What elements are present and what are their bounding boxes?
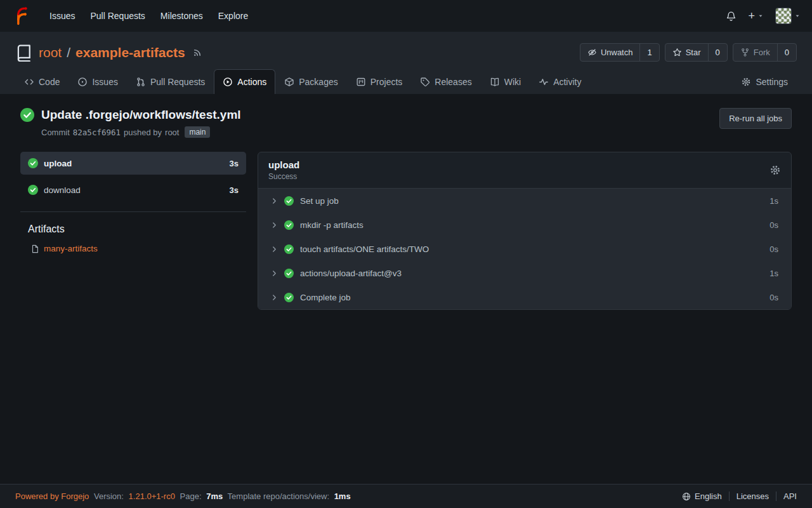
steps-list: Set up job 1s mkdir -p artifacts 0s touc…: [258, 189, 791, 309]
tab-packages[interactable]: Packages: [275, 69, 346, 94]
tag-icon: [420, 77, 430, 87]
tab-issues[interactable]: Issues: [69, 69, 126, 94]
tab-releases[interactable]: Releases: [411, 69, 480, 94]
repo-owner-link[interactable]: root: [39, 45, 62, 60]
job-duration: 3s: [230, 185, 239, 195]
nav-item-pull-requests[interactable]: Pull Requests: [82, 0, 152, 32]
job-status-text: Success: [268, 172, 299, 181]
watchers-count[interactable]: 1: [639, 44, 658, 61]
step-row[interactable]: mkdir -p artifacts 0s: [258, 213, 791, 237]
language-selector[interactable]: English: [675, 491, 729, 501]
version-label: Version:: [94, 491, 124, 501]
job-detail-title: upload: [268, 159, 299, 170]
actions-run-view: Update .forgejo/workflows/test.yml Commi…: [0, 94, 812, 484]
artifact-download-link[interactable]: many-artifacts: [44, 244, 98, 253]
chevron-right-icon: [271, 197, 278, 204]
create-new-menu[interactable]: +: [748, 10, 764, 22]
bell-icon[interactable]: [726, 11, 737, 22]
fork-icon: [740, 48, 750, 57]
globe-icon: [682, 492, 691, 501]
check-circle-icon: [28, 185, 38, 195]
stars-count[interactable]: 0: [708, 44, 727, 61]
nav-item-milestones[interactable]: Milestones: [153, 0, 211, 32]
commit-prefix: Commit: [41, 128, 70, 137]
job-item-upload[interactable]: upload 3s: [20, 152, 246, 175]
job-name: upload: [44, 159, 72, 168]
licenses-label: Licenses: [737, 491, 769, 501]
star-label: Star: [686, 48, 701, 57]
eye-slash-icon: [587, 48, 597, 57]
tab-wiki[interactable]: Wiki: [481, 69, 530, 94]
chevron-right-icon: [271, 294, 278, 301]
avatar: [775, 8, 792, 24]
step-name: Complete job: [300, 293, 351, 302]
run-title: Update .forgejo/workflows/test.yml: [41, 108, 241, 122]
check-circle-icon: [284, 269, 294, 278]
powered-by-link[interactable]: Powered by Forgejo: [15, 491, 89, 501]
breadcrumb-separator: /: [67, 45, 70, 60]
footer-info: Powered by Forgejo Version: 1.21.0+1-rc0…: [15, 491, 353, 501]
repo-breadcrumb: root / example-artifacts: [39, 45, 185, 60]
pushed-by-text: pushed by: [124, 128, 162, 137]
forks-count[interactable]: 0: [777, 44, 796, 61]
step-row[interactable]: Complete job 0s: [258, 285, 791, 309]
jobs-sidebar: upload 3s download 3s Artifacts many-art…: [20, 152, 246, 253]
step-duration: 0s: [769, 293, 778, 302]
tab-settings[interactable]: Settings: [732, 69, 797, 94]
gear-icon: [741, 77, 751, 87]
page-time-value: 7ms: [206, 491, 223, 501]
commit-sha-link[interactable]: 82a5cf6961: [73, 128, 121, 137]
tab-activity[interactable]: Activity: [530, 69, 590, 94]
api-label: API: [783, 491, 797, 501]
rerun-all-jobs-button[interactable]: Re-run all jobs: [719, 108, 792, 129]
step-row[interactable]: Set up job 1s: [258, 189, 791, 213]
rss-icon[interactable]: [192, 47, 203, 58]
step-row[interactable]: touch artifacts/ONE artifacts/TWO 0s: [258, 237, 791, 261]
tab-label: Settings: [756, 77, 788, 87]
nav-item-explore[interactable]: Explore: [211, 0, 256, 32]
repo-tabs: Code Issues Pull Requests Actions Packag…: [15, 69, 797, 94]
template-time-label: Template repo/actions/view:: [228, 491, 329, 501]
language-label: English: [695, 491, 722, 501]
repo-name-link[interactable]: example-artifacts: [75, 45, 185, 60]
pusher-link[interactable]: root: [165, 128, 179, 137]
tab-projects[interactable]: Projects: [347, 69, 412, 94]
tab-label: Pull Requests: [150, 77, 205, 87]
job-detail-panel: upload Success Set up job 1s mkdir -p: [258, 152, 792, 310]
branch-badge[interactable]: main: [185, 126, 210, 138]
tab-label: Wiki: [504, 77, 521, 87]
tab-label: Actions: [237, 77, 266, 87]
licenses-link[interactable]: Licenses: [729, 491, 776, 501]
unwatch-button[interactable]: Unwatch 1: [580, 43, 660, 62]
check-circle-icon: [284, 220, 294, 230]
pulse-icon: [539, 77, 549, 87]
document-icon: [30, 244, 39, 253]
template-time-value: 1ms: [334, 491, 351, 501]
step-row[interactable]: actions/upload-artifact@v3 1s: [258, 261, 791, 285]
step-name: touch artifacts/ONE artifacts/TWO: [300, 244, 429, 254]
nav-item-issues[interactable]: Issues: [42, 0, 82, 32]
api-link[interactable]: API: [776, 491, 797, 501]
fork-button[interactable]: Fork 0: [733, 43, 797, 62]
star-button[interactable]: Star 0: [665, 43, 728, 62]
step-duration: 1s: [769, 269, 778, 278]
tab-pull-requests[interactable]: Pull Requests: [127, 69, 214, 94]
tab-actions[interactable]: Actions: [214, 69, 275, 94]
version-link[interactable]: 1.21.0+1-rc0: [129, 491, 175, 501]
step-name: mkdir -p artifacts: [300, 220, 363, 230]
chevron-right-icon: [271, 246, 278, 253]
user-menu[interactable]: [775, 8, 801, 24]
caret-down-icon: [757, 13, 764, 19]
issue-circle-icon: [77, 77, 88, 87]
unwatch-label: Unwatch: [601, 48, 633, 57]
forgejo-logo-icon[interactable]: [11, 6, 30, 25]
play-circle-icon: [223, 77, 233, 87]
code-icon: [24, 77, 34, 87]
repo-icon: [15, 44, 33, 62]
job-duration: 3s: [230, 159, 239, 168]
artifact-item[interactable]: many-artifacts: [30, 244, 246, 253]
gear-icon[interactable]: [769, 164, 781, 176]
job-item-download[interactable]: download 3s: [20, 178, 246, 201]
tab-code[interactable]: Code: [15, 69, 69, 94]
book-icon: [490, 77, 500, 87]
